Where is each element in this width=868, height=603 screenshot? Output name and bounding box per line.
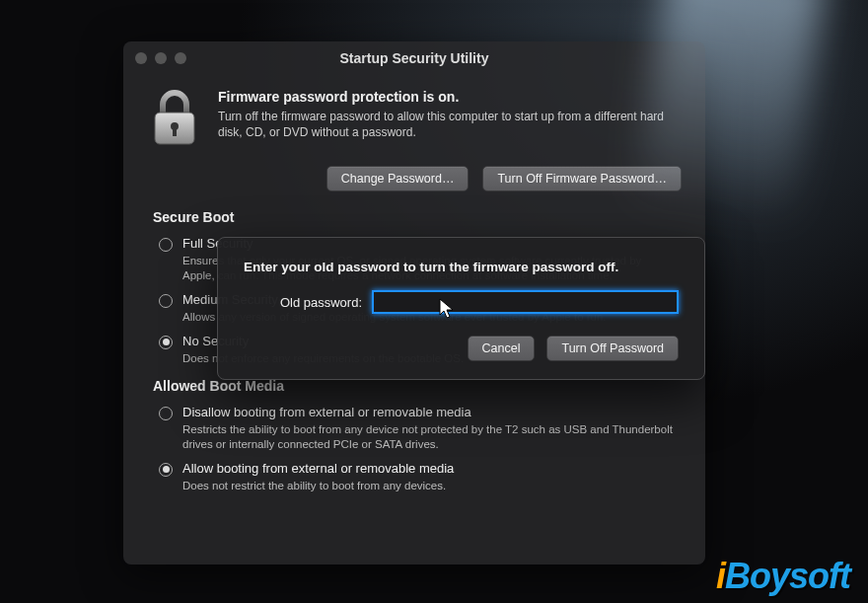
cancel-button[interactable]: Cancel <box>468 336 536 361</box>
secure-boot-heading: Secure Boot <box>153 209 676 225</box>
watermark: iBoysoft <box>716 556 850 597</box>
radio-icon <box>159 463 173 477</box>
screen-glare <box>634 0 827 227</box>
password-sheet: Enter your old password to turn the firm… <box>217 237 705 380</box>
boot-media-section: Allowed Boot Media Disallow booting from… <box>123 374 705 501</box>
option-label: Disallow booting from external or remova… <box>182 405 471 419</box>
lock-icon <box>149 89 200 152</box>
old-password-input[interactable] <box>372 290 679 314</box>
old-password-label: Old password: <box>244 295 362 310</box>
option-label: Allow booting from external or removable… <box>182 461 454 476</box>
radio-icon <box>159 294 173 308</box>
change-password-button[interactable]: Change Password… <box>326 166 470 191</box>
boot-media-option-allow[interactable]: Allow booting from external or removable… <box>153 458 676 479</box>
boot-media-option-disallow[interactable]: Disallow booting from external or remova… <box>153 402 676 422</box>
option-desc: Restricts the ability to boot from any d… <box>182 422 676 452</box>
turn-off-password-button[interactable]: Turn Off Password <box>546 336 679 361</box>
radio-icon <box>159 336 173 349</box>
radio-icon <box>159 238 173 252</box>
radio-icon <box>159 407 173 420</box>
header-desc: Turn off the firmware password to allow … <box>218 109 680 140</box>
traffic-lights <box>135 52 186 64</box>
titlebar: Startup Security Utility <box>123 41 705 75</box>
boot-media-heading: Allowed Boot Media <box>153 378 676 394</box>
header-title: Firmware password protection is on. <box>218 89 680 105</box>
option-desc: Does not restrict the ability to boot fr… <box>182 479 676 493</box>
sheet-title: Enter your old password to turn the firm… <box>244 260 679 274</box>
svg-rect-2 <box>173 126 177 136</box>
zoom-dot[interactable] <box>175 52 186 64</box>
close-dot[interactable] <box>135 52 147 64</box>
minimize-dot[interactable] <box>155 52 167 64</box>
window-title: Startup Security Utility <box>123 50 705 66</box>
